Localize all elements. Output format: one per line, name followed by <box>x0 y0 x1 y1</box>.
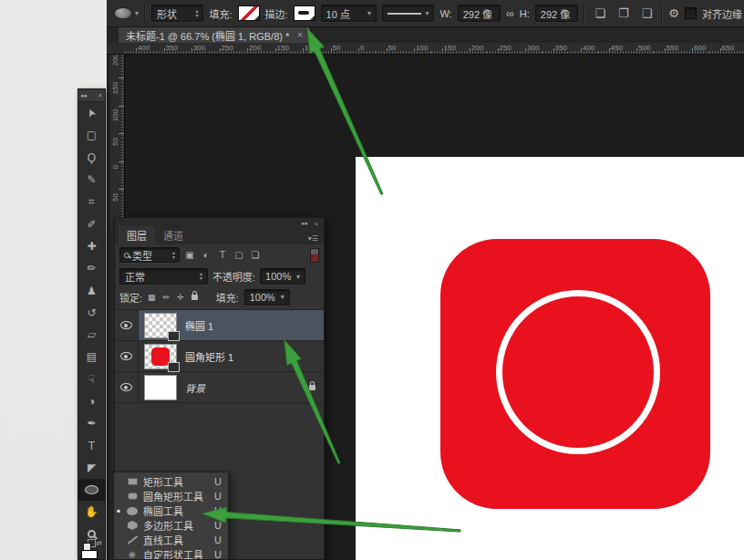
hand-tool[interactable]: ✋ <box>78 501 105 523</box>
marquee-tool[interactable]: ▢ <box>78 124 105 146</box>
gradient-tool[interactable]: ▤ <box>78 346 105 368</box>
canvas[interactable] <box>356 157 744 560</box>
ruler-tick <box>247 48 248 54</box>
red-rounded-square-shape[interactable] <box>440 239 710 509</box>
layer-row-content[interactable]: 背景 <box>139 372 324 402</box>
foreground-color-swatch[interactable] <box>81 550 98 559</box>
menu-item-rect-tool[interactable]: 矩形工具U <box>114 474 228 489</box>
menu-item-line-tool[interactable]: 直线工具U <box>114 533 228 547</box>
fill-input[interactable]: 100% ▾ <box>244 289 290 306</box>
ruler-tick <box>119 161 124 162</box>
quick-selection-tool[interactable]: ✎ <box>78 169 105 191</box>
lasso-tool[interactable]: Ϙ <box>78 147 105 169</box>
close-icon[interactable]: × <box>315 221 318 227</box>
type-layer-filter-icon[interactable]: T <box>214 250 231 260</box>
layer-thumbnail[interactable] <box>144 375 177 400</box>
brush-tool[interactable]: ✏ <box>78 257 105 279</box>
layer-name[interactable]: 椭圆 1 <box>185 318 213 333</box>
red-rounded-thumb-shape <box>151 347 170 366</box>
menu-item-poly-tool[interactable]: 多边形工具U <box>114 518 228 533</box>
layer-thumbnail[interactable] <box>144 313 177 338</box>
ruler-label: 400 <box>138 44 150 52</box>
close-icon[interactable]: × <box>297 30 303 40</box>
menu-item-rrect-tool[interactable]: 圆角矩形工具U <box>114 489 228 503</box>
pen-tool[interactable]: ✒ <box>78 412 105 434</box>
panel-menu-icon[interactable]: ▾☰ <box>303 234 324 244</box>
layer-visibility-toggle[interactable] <box>115 341 139 371</box>
tab-channels[interactable]: 通道 <box>155 226 191 244</box>
adjustment-layer-filter-icon[interactable]: ◐ <box>198 250 214 260</box>
ellipse-tool[interactable] <box>78 479 105 501</box>
ruler-tick <box>665 48 666 54</box>
menu-item-custom-tool[interactable]: ❋自定形状工具U <box>114 547 228 560</box>
collapse-panel-icon[interactable]: ▸▸ <box>81 92 88 99</box>
healing-brush-tool[interactable]: ✚ <box>78 235 105 257</box>
smudge-tool[interactable]: ☟ <box>78 368 105 390</box>
document-tab[interactable]: 未标题-1 @ 66.7% (椭圆 1, RGB/8) * × <box>119 27 311 43</box>
ruler-label: 500 <box>638 44 650 52</box>
ruler-tick <box>581 48 582 54</box>
layer-name[interactable]: 圆角矩形 1 <box>185 349 233 364</box>
layer-visibility-toggle[interactable] <box>115 372 139 402</box>
layer-row[interactable]: 椭圆 1 <box>115 310 324 341</box>
layer-row[interactable]: 背景 <box>115 372 324 403</box>
swap-colors-icon[interactable]: ⇄ <box>96 539 102 547</box>
filter-toggle-switch[interactable] <box>310 248 319 263</box>
lock-pixels-icon[interactable]: ✏ <box>163 293 170 302</box>
ruler-tick <box>414 48 415 54</box>
layer-name[interactable]: 背景 <box>185 380 205 395</box>
close-icon[interactable]: × <box>98 92 102 99</box>
pixel-layer-filter-icon[interactable]: ▣ <box>181 250 198 260</box>
stroke-preview-icon <box>298 11 309 15</box>
layer-row[interactable]: 圆角矩形 1 <box>115 341 324 372</box>
path-operations-icon[interactable]: ❏ <box>594 6 605 20</box>
eraser-tool-icon: ▱ <box>88 328 96 341</box>
layer-filter-select[interactable]: 类型 ▴▾ <box>119 247 180 263</box>
opacity-input[interactable]: 100% ▾ <box>260 268 305 285</box>
collapse-panel-icon[interactable]: ▸▸ <box>302 220 308 227</box>
ruler-label: 50 <box>111 193 119 202</box>
layer-visibility-toggle[interactable] <box>115 310 139 340</box>
eyedropper-tool[interactable]: ✐ <box>78 213 105 234</box>
lock-row: 锁定: ▦✏✛ 填充: 100% ▾ <box>115 287 324 306</box>
quick-selection-tool-icon: ✎ <box>87 173 96 186</box>
path-arrangement-icon[interactable]: ❑ <box>642 6 653 20</box>
path-selection-tool[interactable]: ◤ <box>78 457 105 479</box>
fill-value: 100% <box>250 292 275 303</box>
dodge-tool[interactable]: ◑ <box>78 390 105 412</box>
menu-item-ellipse-tool[interactable]: ■椭圆工具U <box>114 503 228 518</box>
clone-stamp-tool[interactable]: ♟ <box>78 279 105 301</box>
marquee-tool-icon: ▢ <box>87 129 97 141</box>
crop-tool[interactable]: ⌗ <box>78 191 105 213</box>
gear-icon[interactable]: ⚙ <box>668 6 679 20</box>
shape-height-value: 292 像 <box>541 6 570 21</box>
lock-transparency-icon[interactable]: ▦ <box>148 293 156 302</box>
menu-item-label: 椭圆工具 <box>143 503 183 518</box>
type-tool[interactable]: T <box>78 434 105 456</box>
lock-all-icon[interactable] <box>191 295 198 300</box>
stroke-type-select[interactable]: ▾ <box>382 5 434 22</box>
layer-row-content[interactable]: 椭圆 1 <box>139 310 324 340</box>
blend-mode-select[interactable]: 正常 ▴▾ <box>119 268 208 285</box>
lasso-tool-icon: Ϙ <box>88 151 96 164</box>
fill-swatch[interactable] <box>238 5 260 21</box>
link-dimensions-icon[interactable]: ∞ <box>506 7 514 20</box>
align-edges-checkbox[interactable] <box>685 7 697 19</box>
stroke-width-input[interactable]: 10 点 ▾ <box>321 5 377 22</box>
stroke-swatch[interactable] <box>294 5 315 21</box>
history-brush-tool[interactable]: ↺ <box>78 302 105 324</box>
history-brush-tool-icon: ↺ <box>87 306 96 319</box>
tool-preset-picker[interactable]: ▾ <box>114 7 139 19</box>
smart-object-filter-icon[interactable]: ❏ <box>247 250 264 260</box>
layer-row-content[interactable]: 圆角矩形 1 <box>139 341 324 371</box>
shape-height-input[interactable]: 292 像 <box>535 5 579 22</box>
layer-thumbnail[interactable] <box>144 344 177 369</box>
shape-layer-filter-icon[interactable]: ▢ <box>231 250 247 260</box>
eraser-tool[interactable]: ▱ <box>78 324 105 346</box>
path-alignment-icon[interactable]: ❐ <box>618 6 629 20</box>
lock-position-icon[interactable]: ✛ <box>177 293 184 302</box>
move-tool[interactable]: ➤ <box>78 102 105 124</box>
tool-mode-select[interactable]: 形状 ▴▾ <box>151 5 203 22</box>
shape-width-input[interactable]: 292 像 <box>458 5 501 22</box>
tab-layers[interactable]: 图层 <box>119 226 155 244</box>
